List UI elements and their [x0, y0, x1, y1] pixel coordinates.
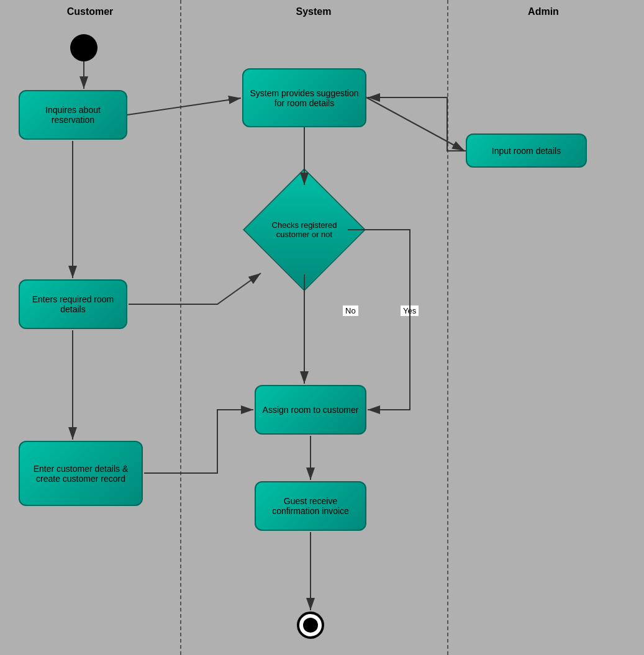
- assign-room-node: Assign room to customer: [255, 385, 366, 435]
- lane-header-system: System: [186, 6, 441, 17]
- end-node: [297, 612, 324, 639]
- lane-header-admin: Admin: [453, 6, 633, 17]
- diagram-container: Customer System Admin Inquires about res…: [0, 0, 644, 655]
- checks-registered-node: Checks registered customer or not: [261, 186, 348, 273]
- guest-receive-node: Guest receive confirmation invoice: [255, 481, 366, 531]
- no-label: No: [343, 305, 358, 316]
- diamond-label: Checks registered customer or not: [261, 186, 348, 273]
- arrow-enters-diamond: [129, 273, 261, 304]
- divider-right: [447, 0, 448, 655]
- arrow-system-admin: [366, 97, 465, 151]
- enters-room-node: Enters required room details: [19, 279, 127, 329]
- lane-header-customer: Customer: [19, 6, 161, 17]
- arrow-customer-assign: [144, 410, 253, 473]
- arrow-yes-assign: [348, 230, 410, 410]
- enter-customer-node: Enter customer details & create customer…: [19, 441, 143, 506]
- end-circle-inner: [303, 618, 318, 633]
- divider-left: [180, 0, 181, 655]
- arrow-admin-back: [368, 97, 466, 151]
- system-suggestion-node: System provides suggestion for room deta…: [242, 68, 366, 127]
- start-node: [70, 34, 98, 61]
- arrow-inquires-system: [127, 98, 241, 115]
- inquires-node: Inquires about reservation: [19, 90, 127, 140]
- input-room-node: Input room details: [466, 133, 587, 168]
- yes-label: Yes: [401, 305, 419, 316]
